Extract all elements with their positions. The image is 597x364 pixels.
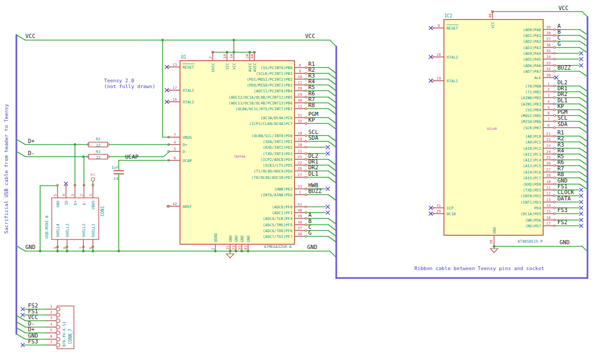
pin-name: GND bbox=[240, 235, 244, 242]
pin-name: (A9)PC1 bbox=[525, 140, 541, 145]
pin-number: 4 bbox=[62, 194, 66, 196]
pin-name: (OC1A)PD5 bbox=[520, 212, 541, 216]
net-label: R8 bbox=[308, 102, 315, 108]
pin-number: 12 bbox=[546, 191, 551, 196]
pin-number: 39 bbox=[546, 25, 551, 30]
pin-number: 3 bbox=[547, 93, 549, 98]
pin-name: RESET bbox=[183, 65, 194, 70]
ribbon-cable-note: Ribbon cable between Teensy pins and soc… bbox=[414, 265, 544, 271]
pin-name: (SDA/INT1)PD1 bbox=[263, 139, 292, 144]
pin-number: 41 bbox=[298, 203, 302, 207]
pin-number: 30 bbox=[298, 99, 302, 103]
pin-name: XTAL2 bbox=[447, 55, 458, 60]
pin-name: (T0/OC4D/ADC10)PD7 bbox=[251, 175, 292, 180]
wire bbox=[580, 35, 587, 41]
net-label: FS3 bbox=[28, 338, 38, 344]
net-label-vcc: VCC bbox=[25, 33, 35, 39]
pin-number: 24 bbox=[546, 150, 551, 154]
pin-name: (SS)PB4 bbox=[525, 108, 541, 112]
wire bbox=[580, 178, 587, 183]
component-value: 1uF bbox=[111, 165, 118, 170]
wire bbox=[580, 128, 587, 133]
pin-number: 36 bbox=[546, 43, 551, 47]
pin-name: (HWB)PE2 bbox=[274, 187, 292, 191]
pin-number: 36 bbox=[298, 232, 302, 236]
pin-name: (ADC13/OC1B/OC4B/PCINT13)PB6 bbox=[229, 101, 292, 106]
pin-number: 5 bbox=[53, 194, 58, 196]
wire bbox=[580, 92, 587, 97]
pin-name: (OC0A/OC1C/RTS/PCINT7)PB7 bbox=[235, 107, 292, 111]
pin-name: (AD3)PA3 bbox=[523, 45, 541, 50]
pin-name: GND bbox=[492, 227, 497, 234]
pin-number: 33 bbox=[546, 61, 551, 65]
pin-name: VCC bbox=[225, 63, 230, 70]
pin-name: (A10)PC2 bbox=[523, 146, 541, 151]
pin-name: (A11)PC3 bbox=[523, 152, 541, 157]
component-ref: R2 bbox=[96, 137, 101, 141]
pin-number: 15 bbox=[226, 246, 230, 250]
pin-name: UCAP bbox=[183, 158, 192, 163]
pin-number: 27 bbox=[546, 168, 551, 172]
pin-name: RESET bbox=[447, 26, 458, 31]
pin-name: UGND bbox=[213, 233, 218, 242]
net-label-gnd: GND bbox=[307, 244, 317, 250]
pin-name: (T1)PB1 bbox=[525, 90, 541, 94]
pin-number: 35 bbox=[546, 49, 551, 53]
wire bbox=[330, 40, 336, 46]
pin-number: 18 bbox=[298, 131, 302, 136]
component-ref: R3 bbox=[96, 149, 101, 154]
pin-number: 16 bbox=[173, 98, 177, 102]
wire bbox=[580, 166, 587, 171]
pin-name: XTAL1 bbox=[447, 79, 458, 83]
schematic-page: VCCVCCGNDGNDU1ATMEGA32U4-ATQFP44(SS/PCIN… bbox=[0, 0, 597, 364]
pin-number: 34 bbox=[230, 54, 234, 59]
net-label: DL1 bbox=[308, 170, 318, 177]
pin-socket bbox=[56, 343, 60, 347]
pin-name: (SCK)PB7 bbox=[523, 126, 541, 130]
pin-number: 29 bbox=[298, 93, 302, 97]
wire bbox=[580, 30, 587, 35]
pin-number: 2 bbox=[80, 194, 84, 196]
wire bbox=[580, 86, 587, 91]
junction-dot bbox=[56, 250, 59, 253]
pin-number: 14 bbox=[223, 54, 227, 59]
pin-number: 5 bbox=[211, 248, 215, 250]
pin-number: 13 bbox=[546, 198, 551, 202]
pin-name: UVCC bbox=[211, 63, 215, 72]
pin-name: (ADC7/TDI)PF7 bbox=[263, 234, 292, 239]
net-label: G bbox=[308, 229, 311, 236]
pin-name: GND bbox=[228, 235, 233, 242]
wire bbox=[16, 334, 25, 339]
pin-number: 32 bbox=[298, 119, 302, 123]
pin-number: 38 bbox=[298, 221, 302, 225]
wire bbox=[328, 118, 336, 123]
pin-number: 33 bbox=[298, 185, 302, 189]
wire bbox=[328, 171, 336, 177]
teensy-note-line2: (not fully drawn) bbox=[104, 83, 155, 89]
pin-name: XTAL1 bbox=[183, 88, 194, 93]
pin-number: 6 bbox=[89, 247, 93, 249]
wire bbox=[580, 136, 587, 141]
net-label: FS3 bbox=[557, 207, 567, 213]
pin-number: 26 bbox=[546, 161, 551, 166]
wire bbox=[16, 328, 25, 333]
pin-name: SHELL4 bbox=[55, 224, 60, 237]
pin-number: 28 bbox=[298, 87, 302, 91]
wire bbox=[580, 116, 587, 121]
component-ref: U1 bbox=[181, 55, 186, 60]
pin-name: (OC3A/OC4A)PC6 bbox=[260, 116, 292, 120]
pin-name: (AIN0)PB2 bbox=[520, 95, 541, 100]
wire bbox=[580, 41, 587, 46]
pin-name: (PDO/MISO/PCINT3)PB3 bbox=[247, 83, 292, 88]
pin-number: 9 bbox=[438, 24, 440, 28]
pin-number: 21 bbox=[298, 149, 302, 154]
pin-number: 7 bbox=[79, 247, 83, 249]
pin-name: (AD2)PA2 bbox=[523, 39, 541, 44]
schematic-canvas: VCCVCCGNDGNDU1ATMEGA32U4-ATQFP44(SS/PCIN… bbox=[0, 0, 597, 364]
pin-number: 25 bbox=[298, 155, 302, 159]
wire bbox=[328, 123, 336, 129]
pin-number: 23 bbox=[546, 144, 551, 148]
wire bbox=[328, 159, 336, 165]
pin-number: 24 bbox=[245, 54, 250, 59]
component-value: 22 bbox=[96, 155, 101, 160]
